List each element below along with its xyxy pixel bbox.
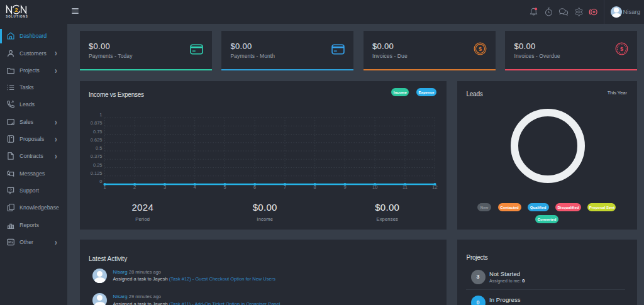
svg-text:1: 1 bbox=[99, 112, 102, 118]
svg-text:2: 2 bbox=[14, 6, 18, 13]
svg-text:0.75: 0.75 bbox=[92, 128, 102, 134]
svg-text:0.125: 0.125 bbox=[90, 170, 102, 175]
svg-text:$: $ bbox=[620, 46, 623, 52]
svg-text:0.25: 0.25 bbox=[92, 162, 102, 167]
svg-text:0: 0 bbox=[99, 179, 102, 184]
svg-text:0.875: 0.875 bbox=[90, 120, 102, 126]
svg-text:0.625: 0.625 bbox=[90, 136, 102, 142]
svg-text:$: $ bbox=[478, 46, 481, 52]
svg-text:0.5: 0.5 bbox=[96, 145, 102, 151]
svg-text:0.375: 0.375 bbox=[90, 153, 102, 159]
